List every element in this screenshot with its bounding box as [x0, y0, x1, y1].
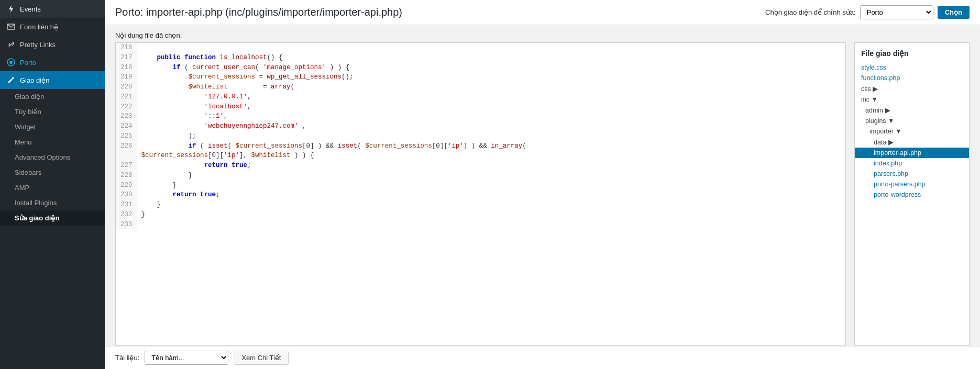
table-row: 221 '127.0.0.1', — [116, 92, 845, 102]
code-line[interactable] — [137, 220, 845, 230]
sidebar-sub-item-sidebars[interactable]: Sidebars — [0, 165, 105, 180]
tree-item-style-css[interactable]: style.css — [855, 62, 969, 73]
svg-marker-0 — [9, 5, 13, 13]
top-bar: Porto: importer-api.php (inc/plugins/imp… — [105, 0, 980, 25]
code-line[interactable]: } — [137, 181, 845, 191]
file-link[interactable]: index.php — [874, 160, 902, 167]
sidebar-sub-item-menu[interactable]: Menu — [0, 135, 105, 150]
svg-point-4 — [9, 61, 13, 64]
table-row: 230 return true; — [116, 190, 845, 200]
code-line[interactable]: if ( current_user_can( 'manage_options' … — [137, 63, 845, 73]
xem-chi-tiet-button[interactable]: Xem Chi Tiết — [234, 351, 289, 365]
sidebar-item-label: Form liên hệ — [20, 23, 58, 31]
svg-line-2 — [10, 43, 12, 46]
table-row: 232 } — [116, 210, 845, 220]
code-line[interactable]: ); — [137, 131, 845, 141]
line-number: 223 — [116, 111, 137, 121]
code-line[interactable]: '::1', — [137, 111, 845, 121]
sidebar-item-events[interactable]: Events — [0, 0, 105, 18]
sidebar-sub-item-install-plugins[interactable]: Install Plugins — [0, 195, 105, 210]
file-link[interactable]: parsers.php — [874, 170, 908, 177]
file-link[interactable]: porto-wordpress- — [874, 191, 923, 198]
code-line[interactable]: $whitelist = array( — [137, 82, 845, 92]
line-number — [116, 151, 137, 161]
select-theme-label: Chọn giao diện để chỉnh sửa: — [765, 8, 856, 16]
tree-item-importer-api-php[interactable]: importer-api.php — [855, 148, 969, 158]
line-number: 224 — [116, 121, 137, 131]
code-line[interactable]: $current_sessions = wp_get_all_sessions(… — [137, 72, 845, 82]
sidebar-item-giao-dien[interactable]: Giao diện — [0, 71, 105, 89]
code-line[interactable]: 'localhost', — [137, 102, 845, 112]
file-link[interactable]: functions.php — [861, 74, 900, 82]
code-line[interactable]: return true; — [137, 190, 845, 200]
tree-item-porto-parsers-php[interactable]: porto-parsers.php — [855, 179, 969, 189]
tree-item-importer-folder[interactable]: importer ▼ — [855, 126, 969, 137]
mail-icon — [6, 22, 16, 31]
table-row: 218 if ( current_user_can( 'manage_optio… — [116, 63, 845, 73]
tree-item-index-php[interactable]: index.php — [855, 158, 969, 169]
line-number: 231 — [116, 200, 137, 210]
code-line[interactable]: if ( isset( $current_sessions[0] ) && is… — [137, 141, 845, 151]
tree-item-admin-folder[interactable]: admin ▶ — [855, 105, 969, 116]
tree-item-functions-php[interactable]: functions.php — [855, 73, 969, 83]
code-line[interactable]: } — [137, 171, 845, 181]
line-number: 218 — [116, 63, 137, 73]
code-line[interactable]: '127.0.0.1', — [137, 92, 845, 102]
sidebar-sub-item-widget[interactable]: Widget — [0, 119, 105, 135]
line-number: 225 — [116, 131, 137, 141]
table-row: 225 ); — [116, 131, 845, 141]
table-row: 228 } — [116, 171, 845, 181]
tree-item-parsers-php[interactable]: parsers.php — [855, 169, 969, 179]
sidebar-item-label: Events — [20, 5, 41, 13]
sidebar-item-porto[interactable]: Porto — [0, 53, 105, 71]
code-line[interactable]: } — [137, 210, 845, 220]
line-number: 219 — [116, 72, 137, 82]
lightning-icon — [6, 4, 16, 14]
tree-item-data-folder[interactable]: data ▶ — [855, 137, 969, 148]
code-line[interactable] — [137, 43, 845, 53]
top-bar-right: Chọn giao diện để chỉnh sửa: Porto Chọn — [765, 5, 970, 19]
sidebar-sub-item-amp[interactable]: AMP — [0, 180, 105, 195]
table-row: $current_sessions[0]['ip'], $whitelist )… — [116, 151, 845, 161]
sidebar-item-label: Giao diện — [20, 76, 49, 84]
table-row: 223 '::1', — [116, 111, 845, 121]
theme-select[interactable]: Porto — [860, 5, 933, 19]
file-link[interactable]: porto-parsers.php — [874, 181, 926, 188]
code-line[interactable]: } — [137, 200, 845, 210]
code-line[interactable]: $current_sessions[0]['ip'], $whitelist )… — [137, 151, 845, 161]
sidebar-sub-item-tuy-bien[interactable]: Tùy biến — [0, 104, 105, 119]
table-row: 226 if ( isset( $current_sessions[0] ) &… — [116, 141, 845, 151]
line-number: 228 — [116, 171, 137, 181]
page-title: Porto: importer-api.php (inc/plugins/imp… — [115, 6, 402, 18]
sidebar-item-form-lien-he[interactable]: Form liên hệ — [0, 18, 105, 36]
line-number: 227 — [116, 161, 137, 171]
editor-container: 216 217 public function is_localhost() {… — [115, 42, 970, 346]
file-link[interactable]: style.css — [861, 64, 886, 71]
tree-item-plugins-folder[interactable]: plugins ▼ — [855, 116, 969, 126]
code-line[interactable]: return true; — [137, 161, 845, 171]
table-row: 217 public function is_localhost() { — [116, 53, 845, 63]
bottom-label: Tài liệu: — [115, 354, 139, 362]
sidebar-sub-item-giao-dien[interactable]: Giao diện — [0, 89, 105, 104]
sidebar-sub-item-sua-giao-dien[interactable]: Sửa giao diện — [0, 210, 105, 226]
table-row: 231 } — [116, 200, 845, 210]
brush-icon — [6, 75, 16, 85]
tree-item-porto-wordpress[interactable]: porto-wordpress- — [855, 189, 969, 200]
sidebar-item-pretty-links[interactable]: Pretty Links — [0, 36, 105, 53]
line-number: 220 — [116, 82, 137, 92]
table-row: 229 } — [116, 181, 845, 191]
line-number: 232 — [116, 210, 137, 220]
code-line[interactable]: 'webchuyennghiep247.com' , — [137, 121, 845, 131]
code-editor[interactable]: 216 217 public function is_localhost() {… — [115, 42, 846, 346]
line-number: 229 — [116, 181, 137, 191]
sidebar-item-label: Porto — [20, 59, 36, 66]
function-select[interactable]: Tên hàm... — [145, 351, 228, 365]
chon-button[interactable]: Chọn — [938, 6, 970, 19]
file-tree-header: File giao diện — [855, 47, 969, 62]
bottom-bar: Tài liệu: Tên hàm... Xem Chi Tiết — [105, 346, 980, 369]
code-line[interactable]: public function is_localhost() { — [137, 53, 845, 63]
sidebar-sub-item-advanced-options[interactable]: Advanced Options — [0, 150, 105, 165]
tree-item-inc-folder[interactable]: inc ▼ — [855, 94, 969, 105]
tree-item-css-folder[interactable]: css ▶ — [855, 83, 969, 94]
line-number: 216 — [116, 43, 137, 53]
